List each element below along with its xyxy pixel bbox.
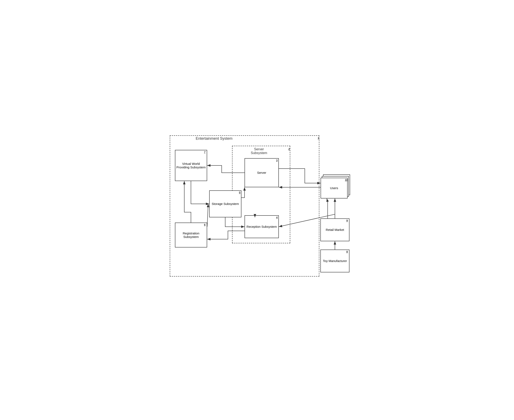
server-box: Server bbox=[245, 158, 279, 187]
storage-box: Storage Subsystem bbox=[209, 190, 241, 217]
registration-box: Registration Subsystem bbox=[175, 223, 207, 248]
diagram: Entertainment System 1 ServerSubsystem 2… bbox=[163, 129, 351, 291]
toy-manufacturer-number: 8 bbox=[346, 250, 348, 253]
reception-box: Reception Subsystem bbox=[245, 215, 279, 238]
registration-label: Registration Subsystem bbox=[175, 232, 207, 239]
toy-manufacturer-box: Toy Manufacturer bbox=[320, 249, 349, 272]
server-label: Server bbox=[257, 171, 266, 174]
users-number: 10 bbox=[345, 178, 348, 181]
retail-market-box: Retail Market bbox=[320, 218, 349, 241]
reception-number: 4 bbox=[276, 216, 277, 219]
virtual-world-label: Virtual World Providing Subsystem bbox=[175, 162, 207, 169]
retail-market-number: 9 bbox=[346, 219, 348, 222]
registration-number: 6 bbox=[204, 223, 206, 226]
server-number: 3 bbox=[276, 159, 277, 162]
users-box: Users bbox=[321, 178, 348, 198]
virtual-world-box: Virtual World Providing Subsystem bbox=[175, 150, 207, 181]
reception-label: Reception Subsystem bbox=[247, 225, 277, 228]
entertainment-system-title: Entertainment System bbox=[196, 136, 232, 141]
server-subsystem-label: 2 bbox=[288, 147, 290, 150]
retail-to-users-arrow2 bbox=[327, 198, 328, 218]
entertainment-system-label: 1 bbox=[318, 136, 319, 140]
storage-label: Storage Subsystem bbox=[212, 202, 239, 206]
storage-number: 5 bbox=[239, 191, 240, 194]
toy-manufacturer-label: Toy Manufacturer bbox=[323, 259, 347, 263]
retail-market-label: Retail Market bbox=[326, 228, 344, 232]
users-label: Users bbox=[330, 186, 338, 190]
server-subsystem-title: ServerSubsystem bbox=[251, 147, 267, 155]
virtual-world-number: 7 bbox=[204, 150, 206, 154]
